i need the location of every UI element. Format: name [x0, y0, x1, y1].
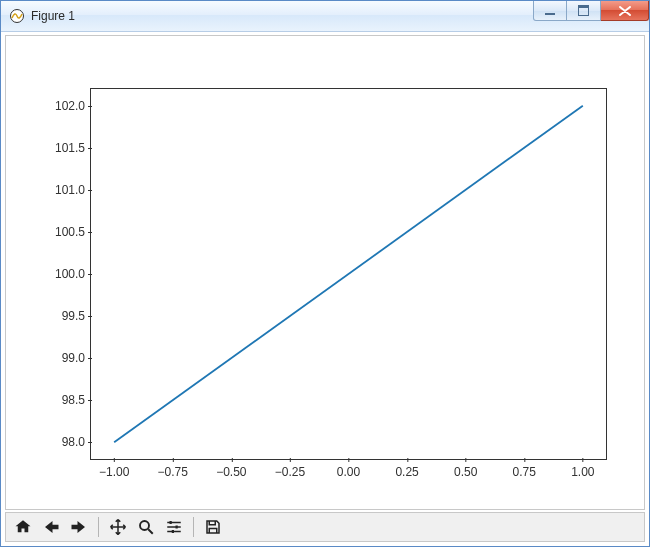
y-tick-label: 100.5: [55, 225, 91, 239]
move-icon: [109, 518, 127, 536]
arrow-right-icon: [70, 518, 88, 536]
home-icon: [14, 518, 32, 536]
y-tick-label: 102.0: [55, 99, 91, 113]
arrow-left-icon: [42, 518, 60, 536]
home-button[interactable]: [10, 515, 36, 539]
y-tick-label: 98.0: [62, 435, 91, 449]
save-button[interactable]: [200, 515, 226, 539]
x-tick-label: 0.00: [337, 459, 360, 479]
data-line: [114, 106, 583, 443]
figure-canvas[interactable]: 98.098.599.099.5100.0100.5101.0101.5102.…: [5, 35, 645, 510]
sliders-icon: [165, 518, 183, 536]
zoom-button[interactable]: [133, 515, 159, 539]
svg-rect-6: [170, 521, 172, 524]
x-tick-label: 0.50: [454, 459, 477, 479]
x-tick-label: −1.00: [99, 459, 129, 479]
titlebar: Figure 1: [1, 1, 649, 32]
close-button[interactable]: [601, 1, 649, 21]
svg-point-1: [140, 521, 149, 530]
x-tick-label: 0.25: [395, 459, 418, 479]
x-tick-label: −0.50: [216, 459, 246, 479]
line-plot: [91, 89, 606, 459]
window-controls: [533, 1, 649, 21]
app-icon: [9, 8, 25, 24]
y-tick-label: 99.0: [62, 351, 91, 365]
svg-line-2: [148, 529, 153, 534]
figure-window: Figure 1 98.098.599.099.5100.0100.5101.0…: [0, 0, 650, 547]
window-title: Figure 1: [31, 9, 75, 23]
svg-rect-7: [176, 526, 178, 529]
x-tick-label: 1.00: [571, 459, 594, 479]
save-icon: [204, 518, 222, 536]
back-button[interactable]: [38, 515, 64, 539]
plot-area: 98.098.599.099.5100.0100.5101.0101.5102.…: [6, 36, 644, 509]
y-tick-label: 101.5: [55, 141, 91, 155]
separator: [193, 517, 194, 537]
y-tick-label: 99.5: [62, 309, 91, 323]
y-tick-label: 100.0: [55, 267, 91, 281]
separator: [98, 517, 99, 537]
axes: 98.098.599.099.5100.0100.5101.0101.5102.…: [90, 88, 607, 460]
y-tick-label: 101.0: [55, 183, 91, 197]
maximize-button[interactable]: [567, 1, 601, 21]
y-tick-label: 98.5: [62, 393, 91, 407]
svg-rect-8: [172, 530, 174, 533]
forward-button[interactable]: [66, 515, 92, 539]
magnifier-icon: [137, 518, 155, 536]
x-tick-label: 0.75: [513, 459, 536, 479]
x-tick-label: −0.25: [275, 459, 305, 479]
x-tick-label: −0.75: [158, 459, 188, 479]
subplots-button[interactable]: [161, 515, 187, 539]
nav-toolbar: [5, 512, 645, 542]
pan-button[interactable]: [105, 515, 131, 539]
minimize-button[interactable]: [533, 1, 567, 21]
